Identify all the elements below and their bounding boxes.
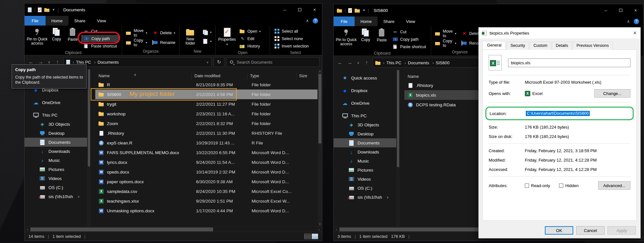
up-button[interactable]: ↑ bbox=[363, 60, 370, 66]
select-none-button[interactable]: Select none bbox=[272, 35, 311, 42]
help-icon[interactable]: ? bbox=[634, 19, 639, 24]
tab-file[interactable]: File bbox=[25, 16, 46, 26]
search-box[interactable] bbox=[226, 57, 319, 67]
paste-button[interactable]: Paste bbox=[374, 27, 389, 50]
sidebar-item[interactable]: OS (C:) bbox=[25, 183, 91, 192]
scroll-right-icon[interactable]: › bbox=[317, 227, 321, 231]
edit-button[interactable]: Edit bbox=[238, 35, 263, 42]
properties-button[interactable]: Properties▾ bbox=[218, 27, 236, 49]
qat-dropdown-icon[interactable]: ▼ bbox=[362, 9, 365, 12]
open-button[interactable]: Open▾ bbox=[238, 28, 263, 35]
folder-quick-icon[interactable] bbox=[44, 8, 49, 12]
tab-general[interactable]: General bbox=[483, 41, 506, 49]
sidebar-item[interactable]: Videos bbox=[334, 174, 400, 184]
horizontal-scrollbar[interactable]: ‹ › bbox=[25, 227, 322, 232]
sidebar-item[interactable]: sis (\\fs10\sh bbox=[25, 192, 91, 201]
minimize-button[interactable]: – bbox=[598, 4, 613, 16]
recent-locations-icon[interactable]: ∨ bbox=[356, 61, 361, 65]
breadcrumb-item[interactable]: › SIS600 bbox=[431, 60, 451, 65]
minimize-button[interactable]: – bbox=[277, 4, 292, 16]
scroll-up-icon[interactable]: ∧ bbox=[319, 69, 321, 74]
title-bar[interactable]: | ▼ | SIS600 – × bbox=[334, 4, 643, 16]
advanced-button[interactable]: Advanced... bbox=[598, 181, 630, 190]
sidebar-item[interactable]: 3D Objects bbox=[334, 120, 400, 129]
refresh-button[interactable]: ↻ bbox=[213, 57, 224, 67]
sidebar-item[interactable]: Desktop bbox=[334, 129, 400, 138]
history-button[interactable]: History bbox=[238, 43, 263, 49]
maximize-button[interactable] bbox=[613, 4, 628, 16]
filename-input[interactable] bbox=[508, 58, 630, 67]
search-input[interactable] bbox=[236, 59, 316, 65]
delete-button[interactable]: Delete▾ bbox=[151, 29, 177, 36]
scrollbar-thumb[interactable] bbox=[318, 74, 321, 143]
tab-view[interactable]: View bbox=[400, 16, 421, 26]
ok-button[interactable]: OK bbox=[545, 226, 573, 235]
sidebar-scrollbar[interactable] bbox=[87, 69, 91, 227]
tab-view[interactable]: View bbox=[91, 16, 112, 26]
forward-button[interactable]: → bbox=[346, 60, 354, 66]
file-row[interactable]: FARS SUPPLEMENTAL MEMO.docx 10/22/2020 6… bbox=[95, 148, 317, 157]
properties-quick-icon[interactable] bbox=[348, 8, 352, 13]
close-button[interactable]: × bbox=[307, 4, 322, 16]
file-row[interactable]: opeds.docx 10/14/2019 2:32 PM Microsoft … bbox=[95, 167, 317, 177]
details-view-icon[interactable] bbox=[304, 234, 311, 239]
copy-path-button[interactable]: Copy path bbox=[390, 36, 428, 43]
pin-to-quick-access-button[interactable]: Pin to Quick access bbox=[336, 27, 357, 50]
location-value[interactable]: C:\Users\ahart\Documents\SIS600 bbox=[526, 111, 590, 116]
column-header-date-modified[interactable]: Date modified bbox=[192, 73, 247, 80]
sidebar-item[interactable]: OneDrive bbox=[25, 98, 91, 107]
scroll-down-icon[interactable]: ∨ bbox=[319, 221, 321, 227]
move-to-button[interactable]: Move to▾ bbox=[124, 29, 149, 36]
scrollbar-thumb[interactable] bbox=[30, 227, 213, 231]
sidebar-item[interactable]: Pictures bbox=[334, 165, 400, 174]
help-icon[interactable]: ? bbox=[313, 18, 318, 24]
sidebar-item[interactable]: OS (C:) bbox=[334, 184, 400, 193]
sidebar-item[interactable]: Pictures bbox=[25, 165, 91, 174]
sidebar-item[interactable]: Quick access bbox=[334, 73, 400, 82]
folder-quick-icon[interactable] bbox=[355, 8, 360, 13]
file-list-scrollbar[interactable]: ∧ ∨ bbox=[318, 69, 322, 227]
sidebar-item[interactable]: Documents bbox=[334, 138, 400, 147]
copy-to-button[interactable]: Copy to▾ bbox=[433, 40, 458, 47]
select-all-button[interactable]: Select all bbox=[272, 28, 311, 35]
apply-button[interactable]: Apply bbox=[608, 226, 636, 235]
sidebar-item[interactable]: OneDrive bbox=[334, 99, 400, 108]
cut-button[interactable]: Cut bbox=[390, 28, 428, 35]
file-row[interactable]: trygit 2/22/2021 11:27 PM File folder bbox=[95, 99, 317, 109]
column-header-name[interactable]: Name ∧ bbox=[95, 73, 192, 80]
sidebar-item[interactable]: Downloads bbox=[25, 147, 91, 156]
sidebar-item[interactable]: This PC bbox=[334, 111, 400, 120]
large-icons-view-icon[interactable] bbox=[312, 234, 318, 239]
paste-shortcut-button[interactable]: Paste shortcut bbox=[390, 43, 428, 50]
tab-file[interactable]: File bbox=[334, 16, 355, 26]
sidebar-item[interactable]: Downloads bbox=[334, 147, 400, 156]
move-to-button[interactable]: Move to▾ bbox=[433, 30, 458, 37]
recent-locations-icon[interactable]: ∨ bbox=[47, 60, 52, 64]
breadcrumb-item[interactable]: › Documents bbox=[93, 60, 120, 65]
copy-button[interactable]: Copy bbox=[49, 27, 64, 49]
sidebar-scrollbar[interactable] bbox=[396, 69, 400, 227]
hidden-checkbox[interactable] bbox=[559, 184, 563, 188]
sidebar-item[interactable]: Documents bbox=[25, 138, 91, 147]
file-row[interactable]: Zoom 2/22/2021 8:32 PM File folder bbox=[95, 119, 317, 128]
dialog-title-bar[interactable]: biopics.xls Properties × bbox=[479, 27, 640, 38]
column-header-size[interactable]: Size bbox=[296, 73, 313, 80]
new-folder-button[interactable]: New folder bbox=[182, 27, 199, 46]
sidebar-item[interactable]: 3D Objects bbox=[25, 120, 91, 129]
tab-details[interactable]: Details bbox=[552, 42, 572, 50]
tab-share[interactable]: Share bbox=[378, 16, 400, 26]
collapse-ribbon-icon[interactable]: ∧ bbox=[627, 19, 630, 24]
invert-selection-button[interactable]: Invert selection bbox=[272, 43, 311, 49]
dialog-close-icon[interactable]: × bbox=[633, 30, 637, 37]
copy-button[interactable]: Copy bbox=[358, 27, 373, 50]
easy-access-button[interactable]: ▾ bbox=[200, 38, 213, 45]
address-dropdown-icon[interactable]: ∨ bbox=[206, 60, 209, 64]
scroll-left-icon[interactable]: ‹ bbox=[334, 227, 339, 231]
breadcrumb-item[interactable]: › This PC bbox=[382, 60, 403, 65]
column-header-type[interactable]: Type bbox=[247, 73, 296, 80]
sidebar-item[interactable]: This PC bbox=[25, 111, 91, 120]
sidebar-item[interactable]: sis (\\fs10\sh bbox=[334, 193, 400, 202]
tab-home[interactable]: Home bbox=[46, 16, 68, 26]
properties-quick-icon[interactable] bbox=[38, 7, 42, 12]
title-bar[interactable]: | ▼ | Documents – × bbox=[25, 4, 322, 16]
